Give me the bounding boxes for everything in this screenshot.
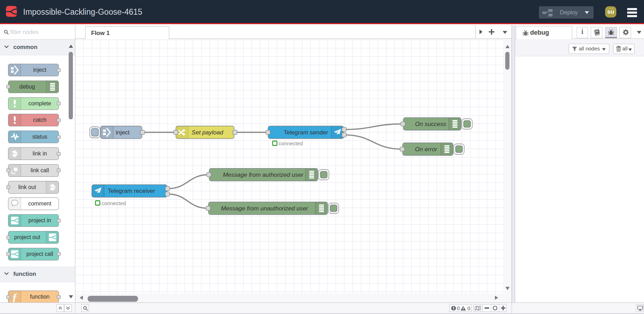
svg-text:connected: connected [102, 200, 126, 206]
svg-text:On success: On success [415, 121, 446, 127]
svg-text:Message from authorized user: Message from authorized user [223, 172, 304, 178]
svg-text:Telegram receiver: Telegram receiver [108, 188, 155, 194]
svg-text:connected: connected [279, 140, 303, 146]
svg-text:On error: On error [415, 146, 438, 153]
svg-text:Telegram sender: Telegram sender [284, 129, 328, 136]
svg-text:inject: inject [116, 129, 130, 136]
svg-text:Set payload: Set payload [192, 129, 223, 136]
svg-text:Message from unauthorized user: Message from unauthorized user [221, 205, 309, 212]
